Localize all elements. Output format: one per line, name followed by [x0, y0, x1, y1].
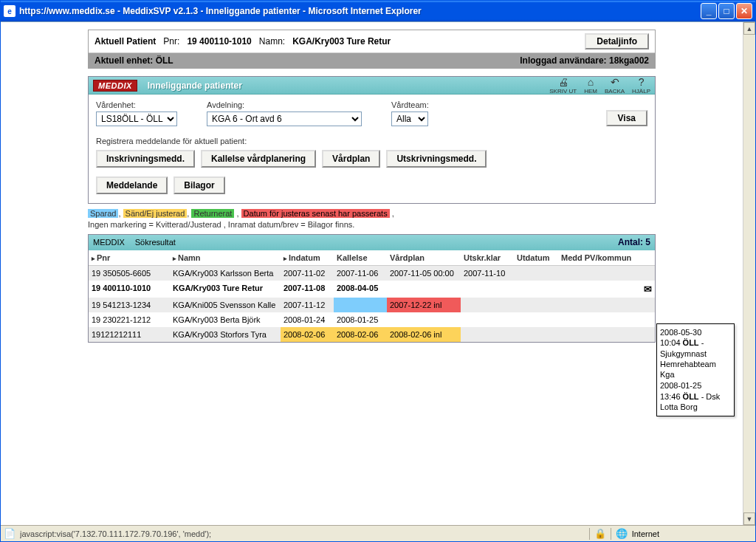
table-row[interactable]: 19121212111KGA/Kry003 Storfors Tyra2008-… — [89, 327, 655, 342]
patient-header: Aktuell Patient Pnr: 19 400110-1010 Namn… — [88, 30, 656, 69]
vardenhet-select[interactable]: LS18ÖLL - ÖLL — [96, 112, 177, 126]
panel-header: MEDDIX Inneliggande patienter 🖨SKRIV UT … — [89, 77, 655, 95]
table-cell: ✉ — [558, 281, 655, 298]
visa-button[interactable]: Visa — [606, 110, 647, 126]
table-cell: 2007-11-10 — [461, 265, 514, 281]
table-cell — [558, 265, 655, 281]
home-button[interactable]: ⌂HEM — [584, 76, 597, 95]
zone-label: Internet — [632, 529, 659, 538]
bilagor-button[interactable]: Bilagor — [173, 176, 224, 194]
table-row[interactable]: 19 230221-1212KGA/Kry003 Berta Björk2008… — [89, 312, 655, 327]
col-kallelse[interactable]: Kallelse — [334, 250, 387, 266]
table-cell: 2008-02-06 — [334, 327, 387, 342]
table-cell: 2008-01-25 — [334, 312, 387, 327]
results-header: MEDDIX Sökresultat Antal: 5 — [88, 234, 656, 250]
col-vardplan[interactable]: Vårdplan — [387, 250, 461, 266]
table-cell: KGA/Kni005 Svensson Kalle — [170, 298, 281, 312]
user-label: Inloggad användare: 18kga002 — [520, 55, 649, 66]
table-cell: 2007-11-02 — [281, 265, 334, 281]
printer-icon: 🖨 — [558, 76, 568, 88]
table-cell — [558, 298, 655, 312]
vardplan-button[interactable]: Vårdplan — [322, 150, 380, 168]
meddelande-button[interactable]: Meddelande — [96, 176, 168, 194]
col-medd[interactable]: Medd PV/kommun — [558, 250, 655, 266]
table-cell: 19 350505-6605 — [89, 265, 170, 281]
enhet-label: Aktuell enhet: ÖLL — [94, 55, 173, 66]
col-indatum[interactable]: ▸Indatum — [281, 250, 334, 266]
utskrivning-button[interactable]: Utskrivningsmedd. — [386, 150, 487, 168]
client-area: Aktuell Patient Pnr: 19 400110-1010 Namn… — [1, 21, 755, 525]
pnr-label: Pnr: — [163, 36, 179, 47]
filter-row: Vårdenhet: LS18ÖLL - ÖLL Avdelning: KGA … — [96, 100, 647, 126]
col-pnr[interactable]: ▸Pnr — [89, 250, 170, 266]
ie-icon: e — [4, 5, 16, 17]
table-cell — [514, 327, 558, 342]
col-utdatum[interactable]: Utdatum — [514, 250, 558, 266]
table-cell — [387, 312, 461, 327]
back-button[interactable]: ↶BACKA — [605, 76, 625, 95]
page-content: Aktuell Patient Pnr: 19 400110-1010 Namn… — [1, 22, 743, 525]
scroll-down-icon[interactable]: ▼ — [743, 512, 755, 525]
window-title: https://www.meddix.se - MeddixSVP v2.1.3… — [19, 6, 701, 16]
panel-title: Inneliggande patienter — [148, 80, 242, 91]
kallelse-button[interactable]: Kallelse vårdplanering — [201, 150, 316, 168]
inskrivning-button[interactable]: Inskrivningsmedd. — [96, 150, 195, 168]
vardteam-label: Vårdteam: — [391, 100, 429, 109]
maximize-button[interactable]: □ — [718, 3, 735, 19]
scroll-up-icon[interactable]: ▲ — [743, 22, 755, 35]
print-button[interactable]: 🖨SKRIV UT — [549, 76, 577, 95]
table-cell: 2007-11-05 00:00 — [387, 265, 461, 281]
results-title: Sökresultat — [135, 238, 176, 247]
table-cell: 2007-11-06 — [334, 265, 387, 281]
col-utskr[interactable]: Utskr.klar — [461, 250, 514, 266]
vardteam-filter: Vårdteam: Alla — [391, 100, 429, 126]
back-icon: ↶ — [611, 76, 619, 88]
table-cell: 2007-11-08 — [281, 281, 334, 298]
avdelning-select[interactable]: KGA 6 - Ort avd 6 — [207, 112, 362, 126]
table-row[interactable]: 19 400110-1010KGA/Kry003 Ture Retur2007-… — [89, 281, 655, 298]
results-count: Antal: 5 — [618, 237, 650, 247]
inpatients-panel: MEDDIX Inneliggande patienter 🖨SKRIV UT … — [88, 76, 656, 204]
lock-icon: 🔒 — [594, 528, 606, 539]
table-cell — [461, 312, 514, 327]
table-cell — [461, 298, 514, 312]
patient-label: Aktuell Patient — [94, 36, 156, 47]
avdelning-label: Avdelning: — [207, 100, 362, 109]
table-cell: 2008-02-06 — [281, 327, 334, 342]
help-button[interactable]: ?HJÄLP — [632, 76, 650, 95]
enhet-bar: Aktuell enhet: ÖLL Inloggad användare: 1… — [89, 53, 655, 68]
header-toolbar: 🖨SKRIV UT ⌂HEM ↶BACKA ?HJÄLP — [549, 76, 650, 95]
pnr-value: 19 400110-1010 — [187, 36, 251, 47]
results-table: ▸Pnr ▸Namn ▸Indatum Kallelse Vårdplan Ut… — [89, 250, 655, 342]
table-cell — [461, 281, 514, 298]
table-cell — [514, 298, 558, 312]
meddix-logo-results: MEDDIX — [93, 238, 125, 247]
table-cell — [514, 312, 558, 327]
minimize-button[interactable]: _ — [701, 3, 717, 19]
table-cell: 2008-04-05 — [334, 281, 387, 298]
vardenhet-filter: Vårdenhet: LS18ÖLL - ÖLL — [96, 100, 177, 126]
table-row[interactable]: 19 541213-1234KGA/Kni005 Svensson Kalle2… — [89, 298, 655, 312]
titlebar: e https://www.meddix.se - MeddixSVP v2.1… — [1, 1, 755, 21]
table-cell: KGA/Kry003 Berta Björk — [170, 312, 281, 327]
legend-sparad: Sparad — [88, 209, 118, 218]
panel-body: Vårdenhet: LS18ÖLL - ÖLL Avdelning: KGA … — [89, 95, 655, 203]
col-namn[interactable]: ▸Namn — [170, 250, 281, 266]
patient-bar: Aktuell Patient Pnr: 19 400110-1010 Namn… — [89, 30, 655, 53]
statusbar: 📄 javascript:visa('7.132.70.111.172.79.7… — [1, 525, 755, 541]
help-icon: ? — [639, 76, 645, 88]
table-cell: 19 230221-1212 — [89, 312, 170, 327]
table-cell — [514, 265, 558, 281]
meddix-logo: MEDDIX — [93, 80, 137, 92]
globe-icon: 🌐 — [616, 528, 628, 539]
close-button[interactable]: ✕ — [736, 3, 752, 19]
vertical-scrollbar[interactable]: ▲ ▼ — [743, 22, 755, 525]
avdelning-filter: Avdelning: KGA 6 - Ort avd 6 — [207, 100, 362, 126]
results-table-wrap: ▸Pnr ▸Namn ▸Indatum Kallelse Vårdplan Ut… — [88, 250, 656, 343]
detaljinfo-button[interactable]: Detaljinfo — [585, 33, 649, 49]
legend-line2: Ingen markering = Kvitterad/Justerad , I… — [88, 220, 354, 229]
vardteam-select[interactable]: Alla — [391, 112, 428, 126]
envelope-icon[interactable]: ✉ — [644, 284, 652, 295]
namn-value: KGA/Kry003 Ture Retur — [292, 36, 391, 47]
table-row[interactable]: 19 350505-6605KGA/Kry003 Karlsson Berta2… — [89, 265, 655, 281]
